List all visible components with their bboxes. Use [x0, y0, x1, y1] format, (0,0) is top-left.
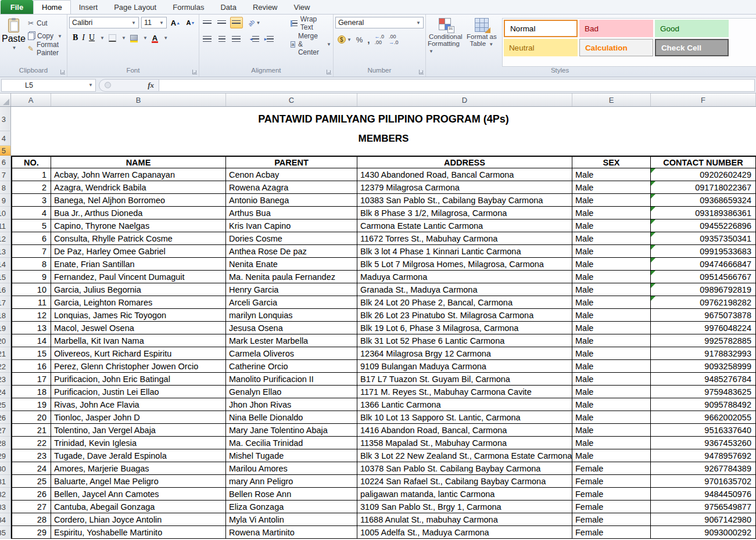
- cell-sex[interactable]: Female: [572, 513, 651, 526]
- cell-address[interactable]: 10383 San Pablo St., Cabilang Baybay Car…: [357, 194, 572, 207]
- cell-contact[interactable]: 9485276784: [651, 373, 756, 386]
- cell-address[interactable]: 11358 Mapalad St., Mabuhay Carmona: [357, 437, 572, 449]
- cell-sex[interactable]: Female: [572, 526, 651, 539]
- cell-address[interactable]: 10224 San Rafael St., Cabilang Baybay Ca…: [357, 475, 572, 488]
- borders-button[interactable]: [109, 34, 116, 42]
- cell-address[interactable]: Blk 31 Lot 52 Phase 6 Lantic Carmona: [357, 334, 572, 347]
- cell-no[interactable]: 15: [11, 347, 51, 360]
- column-header-a[interactable]: A: [11, 93, 51, 106]
- header-cell-parent[interactable]: PARENT: [226, 156, 357, 168]
- cell-contact[interactable]: 9178832993: [651, 347, 756, 360]
- clipboard-dialog-launcher[interactable]: [60, 70, 65, 74]
- cell-name[interactable]: Purificacion, Justin Lei Ellao: [51, 386, 226, 398]
- cell-contact[interactable]: 09514566767: [651, 271, 756, 283]
- cell-parent[interactable]: Mark Lester Marbella: [226, 334, 357, 347]
- tab-formulas[interactable]: Formulas: [164, 0, 212, 14]
- cell-contact[interactable]: 9701635702: [651, 475, 756, 488]
- conditional-formatting-button[interactable]: s≤ Conditional Formatting ▼: [428, 17, 464, 67]
- cell-parent[interactable]: Cenon Acbay: [226, 168, 357, 181]
- sheet-title[interactable]: PANTAWID PAMILYANG PILIPINO PROGRAM (4Ps…: [11, 107, 756, 131]
- cell-parent[interactable]: Nina Belle Dionaldo: [226, 411, 357, 424]
- cell-sex[interactable]: Male: [572, 437, 651, 449]
- cell-no[interactable]: 10: [11, 283, 51, 296]
- cell-no[interactable]: 27: [11, 501, 51, 513]
- cell-no[interactable]: 6: [11, 232, 51, 245]
- wrap-text-button[interactable]: Wrap Text: [288, 17, 331, 30]
- cell-no[interactable]: 21: [11, 424, 51, 437]
- cell-no[interactable]: 22: [11, 437, 51, 449]
- font-size-combo[interactable]: 11▼: [141, 17, 167, 28]
- cell-no[interactable]: 25: [11, 475, 51, 488]
- row-header[interactable]: 18: [0, 309, 11, 322]
- sheet-subtitle[interactable]: MEMBERS: [11, 131, 756, 146]
- cell-contact[interactable]: 9756549877: [651, 501, 756, 513]
- cell-no[interactable]: 16: [11, 360, 51, 373]
- paste-button[interactable]: Paste ▼: [2, 17, 26, 67]
- cell-parent[interactable]: Marilou Amores: [226, 462, 357, 475]
- cell-no[interactable]: 29: [11, 526, 51, 539]
- cell-contact[interactable]: 9067142980: [651, 513, 756, 526]
- tab-review[interactable]: Review: [245, 0, 286, 14]
- bottom-align-button[interactable]: [230, 17, 243, 28]
- increase-decimal-button[interactable]: ←.0.00: [375, 34, 385, 45]
- cell-sex[interactable]: Male: [572, 373, 651, 386]
- cell-name[interactable]: Garcia, Julius Begornia: [51, 283, 226, 296]
- cell-contact[interactable]: 9093258999: [651, 360, 756, 373]
- cell-no[interactable]: 4: [11, 207, 51, 219]
- row-header[interactable]: 32: [0, 488, 11, 501]
- cell-contact[interactable]: 9267784389: [651, 462, 756, 475]
- cell-address[interactable]: paligawan matanda, lantic Carmona: [357, 488, 572, 501]
- cell-sex[interactable]: Female: [572, 501, 651, 513]
- cell-name[interactable]: Baluarte, Angel Mae Peligro: [51, 475, 226, 488]
- cell-contact[interactable]: 09202602429: [651, 168, 756, 181]
- cell-address[interactable]: Blk 26 Lot 23 Pinatubo St. Milagrosa Car…: [357, 309, 572, 322]
- cell-sex[interactable]: Male: [572, 194, 651, 207]
- cell-contact[interactable]: 09762198282: [651, 296, 756, 309]
- cell-no[interactable]: 1: [11, 168, 51, 181]
- cell-no[interactable]: 9: [11, 271, 51, 283]
- cell-address[interactable]: Maduya Carmona: [357, 271, 572, 283]
- cell-name[interactable]: Rivas, John Ace Flavia: [51, 398, 226, 411]
- cell-parent[interactable]: Bellen Rose Ann: [226, 488, 357, 501]
- cell-parent[interactable]: Catherine Orcio: [226, 360, 357, 373]
- empty-row-area[interactable]: [11, 146, 756, 156]
- cell-address[interactable]: 11688 Anulat St., mabuhay Carmona: [357, 513, 572, 526]
- tab-home[interactable]: Home: [33, 0, 71, 14]
- cell-parent[interactable]: Arceli Garcia: [226, 296, 357, 309]
- cell-name[interactable]: Trinidad, Kevin Iglesia: [51, 437, 226, 449]
- cell-sex[interactable]: Male: [572, 411, 651, 424]
- cell-sex[interactable]: Male: [572, 334, 651, 347]
- comma-style-button[interactable]: ,: [367, 35, 370, 45]
- row-header[interactable]: 19: [0, 322, 11, 334]
- row-header[interactable]: 11: [0, 219, 11, 232]
- cell-sex[interactable]: Male: [572, 386, 651, 398]
- cell-contact[interactable]: 093189386361: [651, 207, 756, 219]
- cell-parent[interactable]: Mary Jane Tolentino Abaja: [226, 424, 357, 437]
- top-align-button[interactable]: [201, 17, 214, 28]
- increase-indent-button[interactable]: ▸: [263, 33, 275, 45]
- cell-address[interactable]: Blk 10 Lot 13 Sapporo St. Lantic, Carmon…: [357, 411, 572, 424]
- cell-no[interactable]: 5: [11, 219, 51, 232]
- cell-contact[interactable]: 9367453260: [651, 437, 756, 449]
- cell-contact[interactable]: 9093000292: [651, 526, 756, 539]
- cell-address[interactable]: Blk 3 lot 4 Phase 1 Kinnari Lantic Carmo…: [357, 245, 572, 258]
- insert-function-button[interactable]: fx: [148, 81, 154, 90]
- fill-color-button[interactable]: [130, 35, 138, 41]
- cell-name[interactable]: Tolentino, Jan Vergel Abaja: [51, 424, 226, 437]
- cell-contact[interactable]: 9976048224: [651, 322, 756, 334]
- row-header[interactable]: 23: [0, 373, 11, 386]
- cell-name[interactable]: Cordero, Lhian Joyce Antolin: [51, 513, 226, 526]
- decrease-indent-button[interactable]: ◂: [248, 33, 261, 45]
- cell-name[interactable]: Amores, Marjerie Buagas: [51, 462, 226, 475]
- cell-address[interactable]: B17 L7 Tuazon St. Guyam Bil, Carmona: [357, 373, 572, 386]
- italic-button[interactable]: I: [82, 33, 85, 42]
- cell-name[interactable]: Azagra, Wendrick Babila: [51, 181, 226, 194]
- row-header-selected[interactable]: 5: [0, 146, 11, 156]
- cell-name[interactable]: Tionloc, Jasper John D: [51, 411, 226, 424]
- bold-button[interactable]: B: [73, 33, 78, 42]
- cell-address[interactable]: 3109 San Pablo St., Brgy 1, Carmona: [357, 501, 572, 513]
- tab-data[interactable]: Data: [212, 0, 244, 14]
- percent-style-button[interactable]: %: [356, 35, 363, 44]
- align-center-button[interactable]: [216, 33, 228, 45]
- cell-contact[interactable]: 091718022367: [651, 181, 756, 194]
